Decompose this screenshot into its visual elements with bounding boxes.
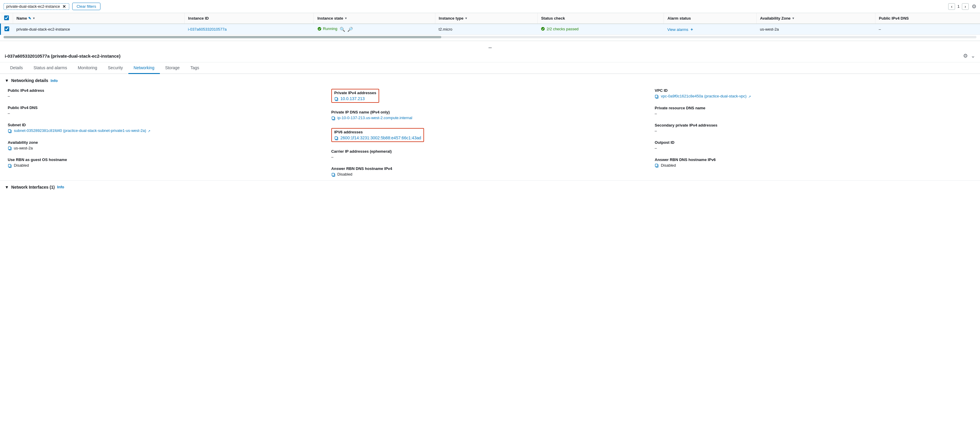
private-ipv4-cell: Private IPv4 addresses 10.0.137.213 xyxy=(328,85,652,106)
networking-section-title: Networking details xyxy=(11,78,48,83)
answer-rbn-ipv6-copy-icon[interactable] xyxy=(655,164,659,168)
clear-filters-button[interactable]: Clear filters xyxy=(72,3,101,10)
detail-header: i-037a605332010577a (private-dual-stack-… xyxy=(0,49,980,62)
filter-tag-value: private-dual-stack-ec2-instance xyxy=(6,4,60,9)
answer-rbn-ipv6-value: Disabled xyxy=(655,163,972,168)
subnet-id-copy-icon[interactable] xyxy=(8,129,12,133)
row-instance-type: t2.micro xyxy=(435,24,537,35)
private-resource-dns-label: Private resource DNS name xyxy=(655,106,972,110)
private-resource-dns-cell: Private resource DNS name – xyxy=(652,102,975,119)
next-page-button[interactable]: › xyxy=(962,3,969,10)
col-public-ipv4-dns: Public IPv4 DNS xyxy=(875,13,980,24)
tab-details[interactable]: Details xyxy=(5,62,28,74)
az-copy-icon[interactable] xyxy=(8,146,12,150)
detail-settings-button[interactable]: ⚙ xyxy=(963,52,968,59)
detail-panel: i-037a605332010577a (private-dual-stack-… xyxy=(0,49,980,191)
network-interfaces-info[interactable]: Info xyxy=(57,185,64,189)
filter-tag-close[interactable]: ✕ xyxy=(62,4,67,9)
subnet-id-link[interactable]: subnet-0352892381c81fd40 (practice-dual-… xyxy=(14,128,146,133)
ipv6-copy-icon[interactable] xyxy=(334,136,339,140)
row-instance-state: Running 🔍 🔎 xyxy=(314,24,435,35)
table-row[interactable]: private-dual-stack-ec2-instance i-037a60… xyxy=(1,24,980,35)
name-sort-icon[interactable]: ▼ xyxy=(32,17,35,20)
availability-zone-label: Availability zone xyxy=(8,140,325,145)
row-checkbox-cell xyxy=(1,24,13,35)
detail-tabs: Details Status and alarms Monitoring Sec… xyxy=(0,62,980,74)
row-alarm-status: View alarms + xyxy=(664,24,757,35)
vpc-id-cell: VPC ID vpc-0a9f0c1621c8e450a (practice-d… xyxy=(652,85,975,102)
detail-collapse-button[interactable]: ⌄ xyxy=(971,52,975,59)
az-sort-icon[interactable]: ▼ xyxy=(792,17,795,20)
col1-container: Public IPv4 address – Public IPv4 DNS – … xyxy=(5,85,328,180)
zoom-out-icon[interactable]: 🔎 xyxy=(347,27,353,32)
tab-storage[interactable]: Storage xyxy=(160,62,185,74)
tab-monitoring[interactable]: Monitoring xyxy=(73,62,102,74)
collapse-icon: ⎯ xyxy=(488,42,492,48)
view-alarms-link[interactable]: View alarms xyxy=(667,27,689,32)
tab-networking[interactable]: Networking xyxy=(128,62,160,74)
svg-rect-7 xyxy=(8,164,11,167)
table-scrollbar[interactable] xyxy=(3,36,977,38)
subnet-id-external-icon[interactable]: ↗ xyxy=(148,129,151,133)
zoom-in-icon[interactable]: 🔍 xyxy=(340,27,345,32)
collapse-bar[interactable]: ⎯ xyxy=(0,41,980,49)
edit-icon[interactable]: ✎ xyxy=(28,16,31,21)
vpc-id-link[interactable]: vpc-0a9f0c1621c8e450a (practice-dual-sta… xyxy=(661,94,746,99)
answer-rbn-ipv4-value: Disabled xyxy=(331,172,649,177)
tab-security[interactable]: Security xyxy=(102,62,128,74)
public-ipv4-address-label: Public IPv4 address xyxy=(8,88,325,93)
tab-tags[interactable]: Tags xyxy=(185,62,205,74)
svg-rect-15 xyxy=(332,173,334,176)
vpc-id-copy-icon[interactable] xyxy=(655,94,659,99)
select-all-checkbox[interactable] xyxy=(4,16,9,20)
answer-rbn-ipv4-copy-icon[interactable] xyxy=(331,173,336,177)
private-ip-dns-copy-icon[interactable] xyxy=(331,116,336,120)
prev-page-button[interactable]: ‹ xyxy=(948,3,955,10)
vpc-id-external-icon[interactable]: ↗ xyxy=(748,95,752,99)
type-sort-icon[interactable]: ▼ xyxy=(465,17,468,20)
table-scroll-track xyxy=(0,35,980,41)
running-status-icon xyxy=(317,27,321,31)
answer-rbn-ipv4-cell: Answer RBN DNS hostname IPv4 Disabled xyxy=(328,163,652,180)
col2-container: Private IPv4 addresses 10.0.137.213 Priv… xyxy=(328,85,652,180)
add-alarm-icon[interactable]: + xyxy=(690,27,693,32)
networking-info-link[interactable]: Info xyxy=(51,78,58,83)
networking-section-header: ▼ Networking details Info xyxy=(0,74,980,85)
carrier-ip-value: – xyxy=(331,155,649,159)
section-toggle-icon[interactable]: ▼ xyxy=(5,78,9,83)
instance-id-link[interactable]: i-037a605332010577a xyxy=(188,27,227,32)
private-ipv4-value[interactable]: 10.0.137.213 xyxy=(340,96,365,101)
public-ipv4-address-cell: Public IPv4 address – xyxy=(5,85,328,102)
col-name: Name ✎ ▼ xyxy=(13,13,185,24)
private-ip-dns-link[interactable]: ip-10-0-137-213.us-west-2.compute.intern… xyxy=(337,116,412,120)
use-rbn-value: Disabled xyxy=(8,163,325,168)
public-ipv4-dns-label: Public IPv4 DNS xyxy=(8,105,325,110)
ipv6-label: IPV6 addresses xyxy=(334,130,422,134)
vpc-id-value: vpc-0a9f0c1621c8e450a (practice-dual-sta… xyxy=(655,94,972,99)
instances-table: Name ✎ ▼ Instance ID Instance state ▼ xyxy=(0,13,980,35)
network-interfaces-toggle[interactable]: ▼ xyxy=(5,185,9,189)
col-name-label: Name xyxy=(17,16,27,21)
row-name: private-dual-stack-ec2-instance xyxy=(13,24,185,35)
secondary-private-ipv4-label: Secondary private IPv4 addresses xyxy=(655,123,972,127)
ipv6-value[interactable]: 2600:1f14:3231:3002:5b88:e457:66c1:43ad xyxy=(340,135,422,140)
answer-rbn-ipv6-cell: Answer RBN DNS hostname IPv6 Disabled xyxy=(652,154,975,172)
filter-bar: private-dual-stack-ec2-instance ✕ Clear … xyxy=(0,0,980,13)
network-interfaces-header: ▼ Network Interfaces (1) Info xyxy=(0,180,980,191)
private-ipv4-copy-icon[interactable] xyxy=(334,97,339,101)
instance-state-value: Running xyxy=(317,27,337,31)
subnet-id-cell: Subnet ID subnet-0352892381c81fd40 (prac… xyxy=(5,119,328,137)
state-sort-icon[interactable]: ▼ xyxy=(344,17,347,20)
use-rbn-copy-icon[interactable] xyxy=(8,164,12,168)
settings-button[interactable]: ⚙ xyxy=(972,3,977,10)
col-availability-zone: Availability Zone ▼ xyxy=(756,13,875,24)
private-ip-dns-value: ip-10-0-137-213.us-west-2.compute.intern… xyxy=(331,116,649,120)
ipv6-highlight-box: IPV6 addresses 2600:1f14:3231:3002:5b88:… xyxy=(331,128,424,142)
subnet-id-label: Subnet ID xyxy=(8,123,325,127)
row-checkbox[interactable] xyxy=(5,27,9,31)
public-ipv4-dns-cell: Public IPv4 DNS – xyxy=(5,102,328,119)
tab-status-alarms[interactable]: Status and alarms xyxy=(28,62,73,74)
private-resource-dns-value: – xyxy=(655,111,972,116)
row-public-ipv4-dns: – xyxy=(875,24,980,35)
public-ipv4-dns-value: – xyxy=(8,111,325,116)
